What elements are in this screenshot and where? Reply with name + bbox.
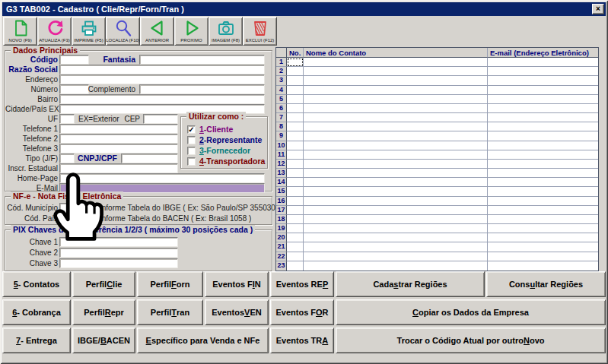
- grid-cell-nome[interactable]: [304, 58, 488, 67]
- eventos-for-button[interactable]: Eventos FOR: [270, 299, 334, 325]
- grid-cell-nome[interactable]: [304, 76, 488, 85]
- fornecedor-checkbox[interactable]: [187, 147, 196, 155]
- cobranca-button[interactable]: 6 - Cobrança: [2, 299, 71, 325]
- grid-cell-no[interactable]: [287, 104, 304, 113]
- imagem-button[interactable]: IMAGEM (F8): [209, 17, 243, 46]
- grid-cell-no[interactable]: [287, 242, 304, 252]
- grid-cell-email[interactable]: [488, 169, 598, 178]
- razao-social-input[interactable]: [59, 65, 265, 74]
- cadastrar-regioes-button[interactable]: Cadastrar Regiões: [336, 271, 485, 297]
- grid-cell-email[interactable]: [488, 131, 598, 141]
- grid-cell-nome[interactable]: [304, 169, 488, 178]
- cod-pais-input[interactable]: [59, 214, 88, 223]
- grid-cell-no[interactable]: [287, 261, 304, 271]
- transportadora-option[interactable]: 4-Transportadora: [187, 157, 265, 166]
- grid-cell-nome[interactable]: [304, 131, 488, 141]
- grid-cell-nome[interactable]: [304, 178, 488, 187]
- exclui-button[interactable]: EXCLUI (F12): [243, 17, 277, 46]
- grid-cell-nome[interactable]: [304, 113, 488, 122]
- grid-cell-no[interactable]: [287, 224, 304, 233]
- title-bar[interactable]: G3 TAB002 - Cadastro ( Clie/Repr/Forn/Tr…: [2, 2, 606, 16]
- localiza-button[interactable]: LOCALIZA (F10): [106, 17, 140, 46]
- grid-cell-no[interactable]: [287, 141, 304, 150]
- grid-cell-email[interactable]: [488, 95, 598, 104]
- grid-cell-email[interactable]: [488, 252, 598, 261]
- cep-input[interactable]: [143, 114, 178, 124]
- grid-cell-no[interactable]: [287, 131, 304, 141]
- grid-cell-no[interactable]: [287, 86, 304, 95]
- grid-cell-nome[interactable]: [304, 160, 488, 169]
- grid-cell-email[interactable]: [488, 58, 598, 67]
- home-page-input[interactable]: [59, 173, 265, 183]
- grid-cell-email[interactable]: [488, 122, 598, 131]
- grid-cell-no[interactable]: [287, 150, 304, 160]
- grid-cell-email[interactable]: [488, 141, 598, 150]
- novo-button[interactable]: NOVO (F9): [3, 17, 37, 46]
- fantasia-input[interactable]: [139, 55, 265, 65]
- trocar-codigo-button[interactable]: Trocar o Código Atual por outro Novo: [336, 328, 606, 353]
- grid-cell-no[interactable]: [287, 187, 304, 196]
- grid-cell-email[interactable]: [488, 86, 598, 95]
- eventos-fin-button[interactable]: Eventos FIN: [205, 271, 269, 297]
- grid-cell-email[interactable]: [488, 150, 598, 160]
- bairro-input[interactable]: [59, 94, 265, 104]
- grid-cell-nome[interactable]: [304, 104, 488, 113]
- grid-cell-nome[interactable]: [304, 261, 488, 271]
- entrega-button[interactable]: 7 - Entrega: [2, 328, 71, 353]
- grid-cell-nome[interactable]: [304, 67, 488, 76]
- grid-cell-no[interactable]: [287, 169, 304, 178]
- grid-cell-nome[interactable]: [304, 150, 488, 160]
- grid-cell-no[interactable]: [287, 197, 304, 206]
- grid-cell-no[interactable]: [287, 95, 304, 104]
- telefone1-input[interactable]: [59, 124, 178, 134]
- copiar-dados-button[interactable]: Copiar os Dados da Empresa: [336, 299, 606, 325]
- grid-cell-no[interactable]: [287, 215, 304, 224]
- grid-cell-email[interactable]: [488, 233, 598, 242]
- telefone2-input[interactable]: [59, 134, 178, 144]
- representante-option[interactable]: 2-Representante: [187, 135, 262, 144]
- atualiza-button[interactable]: ATUALIZA (F3): [37, 17, 72, 46]
- complemento-input[interactable]: [139, 84, 265, 94]
- grid-cell-nome[interactable]: [304, 197, 488, 206]
- especifico-venda-nfe-button[interactable]: Específico para Venda e NFe: [137, 328, 269, 353]
- inscr-estadual-input[interactable]: [59, 163, 178, 173]
- grid-cell-email[interactable]: [488, 67, 598, 76]
- grid-cell-email[interactable]: [488, 206, 598, 215]
- perfil-repr-button[interactable]: Perfil Repr: [72, 299, 135, 325]
- eventos-rep-button[interactable]: Eventos REP: [270, 271, 334, 297]
- chave1-input[interactable]: [59, 237, 178, 247]
- cliente-option[interactable]: ✓ 1-Cliente: [187, 125, 233, 134]
- grid-cell-nome[interactable]: [304, 122, 488, 131]
- grid-cell-email[interactable]: [488, 187, 598, 196]
- grid-cell-email[interactable]: [488, 261, 598, 271]
- perfil-clie-button[interactable]: Perfil Clie: [72, 271, 135, 297]
- grid-cell-nome[interactable]: [304, 187, 488, 196]
- grid-cell-nome[interactable]: [304, 233, 488, 242]
- grid-cell-no[interactable]: [287, 178, 304, 187]
- telefone3-input[interactable]: [59, 144, 178, 154]
- grid-cell-email[interactable]: [488, 215, 598, 224]
- grid-cell-email[interactable]: [488, 178, 598, 187]
- grid-cell-no[interactable]: [287, 160, 304, 169]
- perfil-tran-button[interactable]: Perfil Tran: [137, 299, 203, 325]
- grid-cell-no[interactable]: [287, 252, 304, 261]
- cnpj-cpf-input[interactable]: [121, 154, 178, 163]
- representante-checkbox[interactable]: [187, 136, 196, 144]
- grid-cell-email[interactable]: [488, 104, 598, 113]
- grid-cell-email[interactable]: [488, 160, 598, 169]
- grid-cell-no[interactable]: [287, 122, 304, 131]
- endereco-input[interactable]: [59, 74, 265, 84]
- chave3-input[interactable]: [59, 258, 178, 268]
- grid-cell-nome[interactable]: [304, 252, 488, 261]
- grid-cell-nome[interactable]: [304, 95, 488, 104]
- grid-cell-nome[interactable]: [304, 86, 488, 95]
- grid-cell-no[interactable]: [287, 233, 304, 242]
- consultar-regioes-button[interactable]: Consultar Regiões: [486, 271, 606, 297]
- transportadora-checkbox[interactable]: [187, 157, 196, 166]
- close-button[interactable]: ×: [592, 4, 604, 14]
- grid-cell-nome[interactable]: [304, 224, 488, 233]
- contatos-button[interactable]: 5 - Contatos: [2, 271, 71, 297]
- imprime-button[interactable]: IMPRIME (F5): [72, 17, 106, 46]
- grid-cell-nome[interactable]: [304, 242, 488, 252]
- grid-cell-no[interactable]: [287, 113, 304, 122]
